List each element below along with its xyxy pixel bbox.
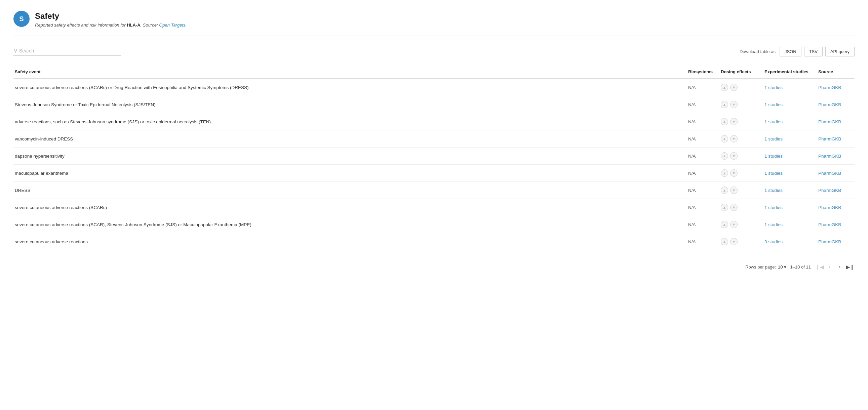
cell-experimental-studies[interactable]: 1 studies bbox=[761, 165, 814, 182]
cell-dosing-effects: ▲▼ bbox=[717, 148, 761, 165]
cell-experimental-studies[interactable]: 1 studies bbox=[761, 130, 814, 148]
source-link[interactable]: PharmGKB bbox=[818, 171, 841, 176]
cell-experimental-studies[interactable]: 3 studies bbox=[761, 233, 814, 250]
cell-source[interactable]: PharmGKB bbox=[814, 96, 855, 113]
cell-safety-event: severe cutaneous adverse reactions bbox=[13, 233, 684, 250]
cell-source[interactable]: PharmGKB bbox=[814, 233, 855, 250]
table-row: severe cutaneous adverse reactionsN/A▲▼3… bbox=[13, 233, 855, 250]
dosing-icons: ▲▼ bbox=[721, 187, 756, 194]
source-link[interactable]: PharmGKB bbox=[818, 136, 841, 141]
header-text: Safety Reported safety effects and risk … bbox=[35, 11, 187, 28]
studies-link[interactable]: 1 studies bbox=[765, 119, 783, 124]
prev-page-button[interactable]: ‹ bbox=[825, 262, 834, 272]
cell-experimental-studies[interactable]: 1 studies bbox=[761, 113, 814, 130]
search-input[interactable] bbox=[19, 48, 121, 54]
dosing-down-icon: ▼ bbox=[730, 221, 738, 228]
source-link[interactable]: PharmGKB bbox=[818, 85, 841, 90]
cell-experimental-studies[interactable]: 1 studies bbox=[761, 78, 814, 96]
studies-link[interactable]: 1 studies bbox=[765, 102, 783, 107]
btn-json[interactable]: JSON bbox=[780, 47, 801, 57]
cell-source[interactable]: PharmGKB bbox=[814, 78, 855, 96]
table-row: severe cutaneous adverse reactions (SCAR… bbox=[13, 199, 855, 216]
dosing-down-icon: ▼ bbox=[730, 187, 738, 194]
toolbar: ⚲ Download table as JSON TSV API query bbox=[13, 47, 855, 57]
source-link[interactable]: PharmGKB bbox=[818, 119, 841, 124]
cell-biosystems: N/A bbox=[684, 130, 717, 148]
cell-dosing-effects: ▲▼ bbox=[717, 96, 761, 113]
cell-source[interactable]: PharmGKB bbox=[814, 148, 855, 165]
studies-link[interactable]: 1 studies bbox=[765, 205, 783, 210]
source-link[interactable]: PharmGKB bbox=[818, 154, 841, 159]
source-link[interactable]: PharmGKB bbox=[818, 188, 841, 193]
dosing-icons: ▲▼ bbox=[721, 169, 756, 177]
cell-source[interactable]: PharmGKB bbox=[814, 165, 855, 182]
cell-source[interactable]: PharmGKB bbox=[814, 130, 855, 148]
studies-link[interactable]: 1 studies bbox=[765, 188, 783, 193]
cell-experimental-studies[interactable]: 1 studies bbox=[761, 96, 814, 113]
page-subtitle: Reported safety effects and risk informa… bbox=[35, 23, 187, 28]
dosing-down-icon: ▼ bbox=[730, 101, 738, 108]
table-row: severe cutaneous adverse reactions (SCAR… bbox=[13, 78, 855, 96]
cell-safety-event: severe cutaneous adverse reactions (SCAR… bbox=[13, 78, 684, 96]
studies-link[interactable]: 1 studies bbox=[765, 136, 783, 141]
table-row: Stevens-Johnson Syndrome or Toxic Epider… bbox=[13, 96, 855, 113]
source-link[interactable]: Open Targets. bbox=[159, 23, 187, 28]
page-title: Safety bbox=[35, 11, 187, 21]
cell-safety-event: Stevens-Johnson Syndrome or Toxic Epider… bbox=[13, 96, 684, 113]
col-header-dosing-effects: Dosing effects bbox=[717, 66, 761, 78]
studies-link[interactable]: 1 studies bbox=[765, 171, 783, 176]
dosing-icons: ▲▼ bbox=[721, 238, 756, 245]
first-page-button[interactable]: ❙◀ bbox=[815, 262, 824, 272]
table-row: maculopapular exanthemaN/A▲▼1 studiesPha… bbox=[13, 165, 855, 182]
cell-safety-event: vancomycin-induced DRESS bbox=[13, 130, 684, 148]
cell-biosystems: N/A bbox=[684, 113, 717, 130]
dosing-down-icon: ▼ bbox=[730, 152, 738, 160]
rows-per-page-chevron: ▾ bbox=[784, 264, 786, 270]
page-navigation: ❙◀ ‹ › ▶❙ bbox=[815, 262, 855, 272]
cell-safety-event: DRESS bbox=[13, 182, 684, 199]
cell-experimental-studies[interactable]: 1 studies bbox=[761, 148, 814, 165]
btn-api-query[interactable]: API query bbox=[825, 47, 855, 57]
safety-table: Safety event Biosystems Dosing effects E… bbox=[13, 66, 855, 250]
dosing-down-icon: ▼ bbox=[730, 169, 738, 177]
dosing-up-icon: ▲ bbox=[721, 187, 728, 194]
table-header-row: Safety event Biosystems Dosing effects E… bbox=[13, 66, 855, 78]
cell-experimental-studies[interactable]: 1 studies bbox=[761, 182, 814, 199]
dosing-icons: ▲▼ bbox=[721, 118, 756, 125]
studies-link[interactable]: 3 studies bbox=[765, 239, 783, 244]
cell-source[interactable]: PharmGKB bbox=[814, 216, 855, 233]
dosing-icons: ▲▼ bbox=[721, 152, 756, 160]
search-wrapper: ⚲ bbox=[13, 48, 121, 56]
source-link[interactable]: PharmGKB bbox=[818, 102, 841, 107]
cell-source[interactable]: PharmGKB bbox=[814, 199, 855, 216]
dosing-icons: ▲▼ bbox=[721, 204, 756, 211]
dosing-icons: ▲▼ bbox=[721, 84, 756, 91]
dosing-down-icon: ▼ bbox=[730, 84, 738, 91]
studies-link[interactable]: 1 studies bbox=[765, 85, 783, 90]
next-page-button[interactable]: › bbox=[835, 262, 844, 272]
source-link[interactable]: PharmGKB bbox=[818, 205, 841, 210]
dosing-down-icon: ▼ bbox=[730, 238, 738, 245]
source-link[interactable]: PharmGKB bbox=[818, 239, 841, 244]
table-row: adverse reactions, such as Stevens-Johns… bbox=[13, 113, 855, 130]
source-link[interactable]: PharmGKB bbox=[818, 222, 841, 227]
studies-link[interactable]: 1 studies bbox=[765, 222, 783, 227]
dosing-icons: ▲▼ bbox=[721, 135, 756, 143]
dosing-down-icon: ▼ bbox=[730, 135, 738, 143]
last-page-button[interactable]: ▶❙ bbox=[845, 262, 855, 272]
dosing-up-icon: ▲ bbox=[721, 238, 728, 245]
cell-dosing-effects: ▲▼ bbox=[717, 199, 761, 216]
cell-experimental-studies[interactable]: 1 studies bbox=[761, 216, 814, 233]
table-row: severe cutaneous adverse reactions (SCAR… bbox=[13, 216, 855, 233]
rows-per-page-label: Rows per page: bbox=[745, 264, 776, 270]
btn-tsv[interactable]: TSV bbox=[804, 47, 823, 57]
studies-link[interactable]: 1 studies bbox=[765, 154, 783, 159]
dosing-icons: ▲▼ bbox=[721, 101, 756, 108]
search-icon: ⚲ bbox=[13, 48, 17, 54]
cell-source[interactable]: PharmGKB bbox=[814, 113, 855, 130]
cell-experimental-studies[interactable]: 1 studies bbox=[761, 199, 814, 216]
cell-biosystems: N/A bbox=[684, 96, 717, 113]
cell-source[interactable]: PharmGKB bbox=[814, 182, 855, 199]
rows-per-page-select[interactable]: 10 ▾ bbox=[778, 264, 786, 270]
cell-safety-event: severe cutaneous adverse reactions (SCAR… bbox=[13, 199, 684, 216]
